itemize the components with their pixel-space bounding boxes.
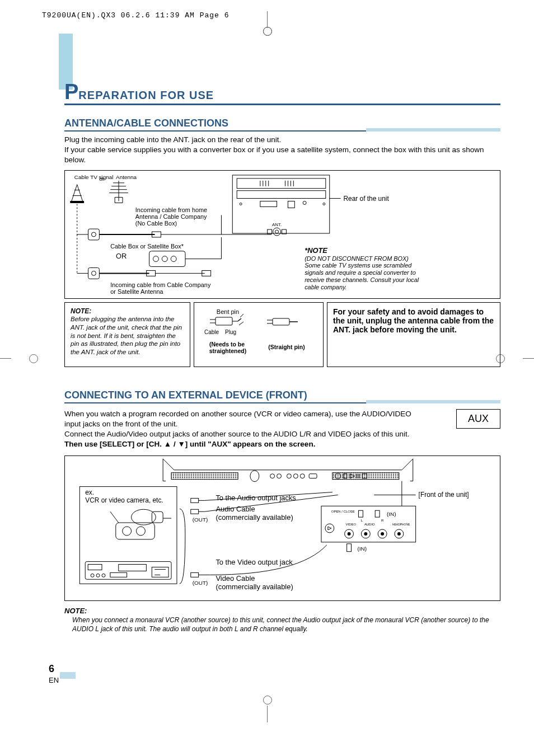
label-comm-2: (commercially available) xyxy=(216,583,293,591)
antenna-diagram: Cable TV signal or Antenna xyxy=(64,170,500,299)
ext-p3b: / xyxy=(171,440,177,448)
svg-rect-92 xyxy=(191,509,199,514)
svg-point-20 xyxy=(171,256,176,261)
tv-antenna-icon xyxy=(109,180,128,203)
ext-p3: Then use [SELECT] or [CH. ▲ / ▼] until "… xyxy=(64,440,315,448)
rear-panel: ANT. xyxy=(232,175,329,236)
svg-rect-52 xyxy=(273,318,289,325)
external-note: NOTE: When you connect a monaural VCR (a… xyxy=(64,605,500,633)
page-language: EN xyxy=(49,676,59,684)
svg-rect-27 xyxy=(237,179,326,189)
label-headphone: HEADPHONE xyxy=(392,523,410,526)
label-out-1: (OUT) xyxy=(193,516,208,523)
label-needs: (Needs to be straightened) xyxy=(209,341,247,354)
svg-rect-87 xyxy=(152,567,168,577)
label-vcr: VCR or video camera, etc. xyxy=(85,496,163,504)
label-cable-box: Cable Box or Satellite Box* xyxy=(110,242,184,249)
external-diagram: ex. VCR or video camera, etc. xyxy=(64,456,500,601)
tower-icon xyxy=(71,184,84,203)
svg-text:L: L xyxy=(361,519,363,522)
svg-point-64 xyxy=(293,473,298,478)
label-plug: Plug xyxy=(225,329,236,335)
section-antenna-title: ANTENNA/CABLE CONNECTIONS xyxy=(64,118,500,132)
note-star-body: (DO NOT DISCONNECT FROM BOX) Some cable … xyxy=(305,255,420,290)
svg-rect-58 xyxy=(171,472,238,479)
label-cable: Cable xyxy=(204,329,219,335)
title-first-letter: P xyxy=(64,81,78,102)
antenna-intro: Plug the incoming cable into the ANT. ja… xyxy=(64,135,500,166)
svg-rect-66 xyxy=(309,473,317,478)
ext-p3c: ] until "AUX" appears on the screen. xyxy=(185,440,316,448)
label-comm-1: (commercially available) xyxy=(216,513,293,522)
vcr-icon xyxy=(85,561,171,579)
note1-body: Before plugging the antenna into the ANT… xyxy=(71,315,184,357)
note-cell-3: For your safety and to avoid damages to … xyxy=(327,302,500,367)
label-to-video: To the Video output jack xyxy=(216,557,293,566)
svg-point-62 xyxy=(277,473,282,478)
svg-point-85 xyxy=(102,574,105,577)
svg-rect-96 xyxy=(191,572,199,577)
svg-rect-12 xyxy=(88,267,100,279)
svg-rect-77 xyxy=(116,523,154,539)
straight-pin-icon xyxy=(267,318,298,325)
crop-mark-right xyxy=(506,358,528,359)
label-video-cable: Video Cable xyxy=(216,574,255,583)
label-or: OR xyxy=(116,251,127,260)
label-front: [Front of the unit] xyxy=(419,491,469,499)
svg-point-40 xyxy=(240,203,242,205)
crop-mark-bottom xyxy=(267,706,268,722)
page-content: P REPARATION FOR USE ANTENNA/CABLE CONNE… xyxy=(64,81,500,633)
svg-point-83 xyxy=(91,574,94,577)
label-ex: ex. xyxy=(85,489,94,496)
camcorder-icon xyxy=(110,509,171,539)
ext-note-body: When you connect a monaural VCR (another… xyxy=(72,616,500,633)
manual-page: T9200UA(EN).QX3 06.2.6 11:39 AM Page 6 P… xyxy=(0,0,534,756)
svg-point-99 xyxy=(325,524,334,533)
svg-rect-112 xyxy=(347,543,352,551)
svg-rect-76 xyxy=(152,511,163,523)
aux-indicator: AUX xyxy=(456,409,500,429)
label-bent-pin: Bent pin xyxy=(217,308,239,315)
label-or-small: or xyxy=(99,175,105,181)
ext-p1: When you watch a program recorded on ano… xyxy=(64,410,411,428)
ext-p3a: Then use [SELECT] or [CH. xyxy=(64,440,164,448)
svg-point-78 xyxy=(123,527,132,536)
svg-point-61 xyxy=(270,473,275,478)
label-ant: ANT. xyxy=(272,222,282,227)
svg-point-79 xyxy=(137,527,146,536)
label-out-2: (OUT) xyxy=(193,580,208,586)
svg-rect-110 xyxy=(358,510,363,517)
label-in-1: (IN) xyxy=(387,511,396,517)
svg-point-103 xyxy=(364,532,367,535)
svg-rect-8 xyxy=(88,229,100,240)
svg-point-101 xyxy=(348,532,351,535)
label-in-2: (IN) xyxy=(357,545,367,551)
svg-rect-90 xyxy=(191,498,199,503)
svg-point-60 xyxy=(250,470,259,481)
label-audio-cable: Audio Cable xyxy=(216,505,255,513)
svg-rect-36 xyxy=(237,190,326,198)
title-rest: REPARATION FOR USE xyxy=(78,89,214,102)
label-incoming-home: Incoming cable from home Antenna / Cable… xyxy=(135,206,209,227)
note3-body: For your safety and to avoid damages to … xyxy=(333,307,494,334)
label-to-audio: To the Audio output jacks xyxy=(216,494,296,502)
svg-point-65 xyxy=(300,473,305,478)
label-incoming-company: Incoming cable from Cable Company or Sat… xyxy=(110,281,212,295)
front-panel: OPEN / CLOSE VIDEO L AUDIO R HEADPHONE xyxy=(321,506,416,551)
label-cable-tv: Cable TV signal xyxy=(74,174,114,180)
svg-point-13 xyxy=(91,271,96,275)
svg-point-107 xyxy=(397,532,401,535)
page-tab xyxy=(60,672,76,679)
label-straight: (Straight pin) xyxy=(268,344,305,350)
svg-rect-86 xyxy=(110,572,127,577)
label-antenna: Antenna xyxy=(116,174,137,180)
antenna-intro-line2: If your cable service supplies you with … xyxy=(64,145,484,164)
crop-mark-left xyxy=(6,358,28,359)
svg-rect-37 xyxy=(288,201,294,208)
section-external-title: CONNECTING TO AN EXTERNAL DEVICE (FRONT) xyxy=(64,389,500,403)
svg-rect-48 xyxy=(216,317,232,325)
print-header: T9200UA(EN).QX3 06.2.6 11:39 AM Page 6 xyxy=(42,11,229,20)
note-cell-1: NOTE: Before plugging the antenna into t… xyxy=(64,302,190,367)
svg-point-84 xyxy=(96,574,100,577)
svg-point-18 xyxy=(153,256,159,261)
